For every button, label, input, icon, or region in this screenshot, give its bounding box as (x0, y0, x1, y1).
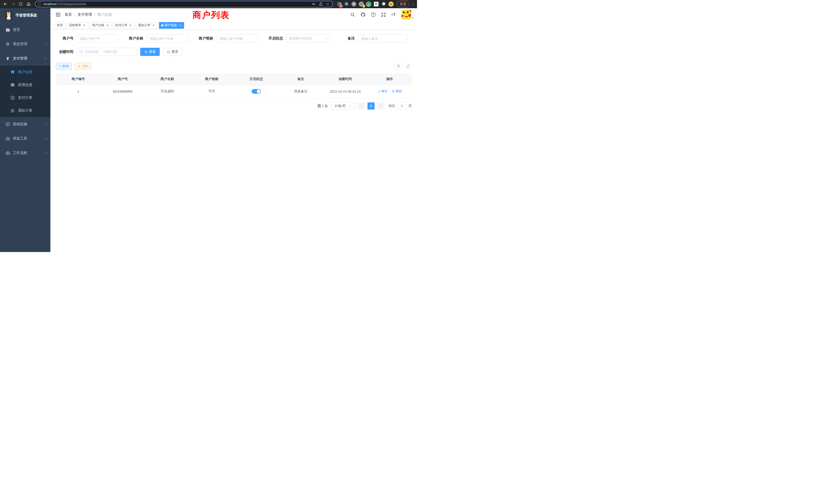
page-info-icon[interactable]: i (38, 2, 42, 6)
main-area: 商户列表 首页 / 支付管理 / 商户信息 ? (50, 8, 417, 252)
fullscreen-icon[interactable] (381, 12, 387, 18)
extension-recorder-icon[interactable]: 1 (358, 1, 364, 7)
browser-home-button[interactable] (25, 1, 32, 7)
browser-back-button[interactable] (2, 1, 9, 7)
breadcrumb-home[interactable]: 首页 (65, 12, 72, 17)
extension-gem-icon[interactable] (344, 1, 349, 7)
cell-short-name: 芋艿 (190, 85, 234, 98)
extension-chat-icon[interactable] (373, 1, 379, 7)
extension-command-icon[interactable]: ⌘ (351, 1, 357, 7)
share-icon[interactable] (318, 2, 323, 7)
active-dot (161, 24, 163, 26)
merchant-no-input[interactable] (76, 35, 118, 43)
sidebar-item-workflow[interactable]: 工作流程 (0, 146, 50, 160)
col-short-name: 商户简称 (190, 73, 234, 85)
sidebar-item-application[interactable]: 应用信息 (0, 78, 50, 91)
sidebar-fold-icon[interactable] (54, 11, 62, 18)
extension-y-icon[interactable]: y (366, 1, 372, 7)
remark-input[interactable] (358, 35, 407, 43)
browser-reload-button[interactable] (18, 1, 24, 7)
edit-link[interactable]: 修改 (377, 89, 388, 93)
github-icon[interactable] (360, 12, 366, 18)
tab-pay-order[interactable]: 支付订单× (113, 22, 135, 29)
extensions-puzzle-icon[interactable] (381, 1, 387, 7)
svg-text:T: T (391, 14, 393, 17)
col-full-name: 商户全称 (145, 73, 190, 85)
tab-refund-order[interactable]: 退款订单× (136, 22, 158, 29)
chevron-down-icon (45, 152, 47, 154)
tab-merchant-info[interactable]: 商户信息× (159, 22, 184, 29)
user-avatar-menu[interactable]: ▾ (401, 10, 413, 20)
table-row: 1 M233666999 芋道源码 芋艿 我是备注 2021-10-23 08:… (56, 85, 412, 98)
app-logo[interactable]: 芋道管理系统 (0, 8, 50, 23)
tab-home[interactable]: 首页 (54, 22, 65, 29)
create-time-range-picker[interactable]: 开始日期 - 结束日期 (76, 48, 137, 56)
address-bar[interactable]: i localhost:1024/pay/merchant ☆ (35, 1, 333, 7)
tab-user-group[interactable]: 用户分组× (90, 22, 111, 29)
yen-circle-icon: ¥ (10, 95, 15, 100)
short-name-input[interactable] (216, 35, 258, 43)
extension-badge: 1 (363, 5, 365, 8)
edit-pencil-icon (377, 90, 380, 93)
page-content: 商户号 商户全称 商户简称 开启状态 请选择开启状态 (51, 30, 417, 252)
goto-page-input[interactable] (397, 102, 407, 110)
reset-button[interactable]: 重置 (163, 48, 182, 56)
close-icon[interactable]: × (83, 24, 86, 27)
col-create-time: 创建时间 (323, 73, 368, 85)
status-toggle[interactable] (251, 89, 261, 94)
toolbox-icon (5, 136, 10, 141)
browser-forward-button[interactable] (10, 1, 17, 7)
sidebar-item-label: 支付订单 (18, 95, 32, 100)
cell-create-time: 2021-10-23 08:31:14 (323, 85, 368, 98)
refresh-table-button[interactable] (405, 63, 412, 70)
close-icon[interactable]: × (178, 24, 182, 27)
cell-status (234, 85, 278, 98)
sidebar-item-pay-order[interactable]: ¥ 支付订单 (0, 91, 50, 104)
sidebar-item-refund-order[interactable]: 退款订单 (0, 104, 50, 117)
next-page-button[interactable]: › (377, 102, 385, 110)
sidebar: 芋道管理系统 首页 ⚙ 系统管理 ¥ 支付管理 商户信息 (0, 8, 50, 252)
search-button[interactable]: 搜索 (140, 48, 160, 56)
page-1-button[interactable]: 1 (368, 102, 375, 110)
sidebar-item-payment[interactable]: ¥ 支付管理 (0, 51, 50, 66)
pagination-total: 共 1 条 (317, 104, 328, 108)
sidebar-item-merchant[interactable]: 商户信息 (0, 66, 50, 78)
cell-full-name: 芋道源码 (145, 85, 190, 98)
export-button[interactable]: 导出 (74, 63, 92, 70)
extension-sidebar-icon[interactable]: 10 (336, 1, 342, 7)
sidebar-item-label: 应用信息 (18, 83, 32, 87)
full-name-input[interactable] (146, 35, 188, 43)
toggle-search-button[interactable] (395, 63, 402, 70)
tab-process-form[interactable]: 流程表单× (66, 22, 88, 29)
chevron-down-icon (45, 123, 47, 125)
delete-link[interactable]: 删除 (392, 89, 402, 93)
prev-page-button[interactable]: ‹ (358, 102, 365, 110)
extensions-area: 10 ⌘ 1 y 更新 ⋮ (336, 1, 415, 7)
status-select[interactable]: 请选择开启状态 (286, 35, 330, 43)
browser-menu-icon[interactable]: ⋮ (411, 2, 415, 6)
close-icon[interactable]: × (106, 24, 109, 27)
header-search-icon[interactable] (350, 12, 356, 18)
close-icon[interactable]: × (129, 24, 132, 27)
font-size-icon[interactable]: TT (391, 12, 397, 18)
avatar (401, 10, 411, 20)
browser-profile-avatar[interactable] (388, 1, 394, 7)
breadcrumb-payment[interactable]: 支付管理 (78, 12, 92, 17)
annotation-title: 商户列表 (193, 9, 229, 21)
navbar-actions: ? TT ▾ (350, 10, 413, 20)
close-icon[interactable]: × (152, 24, 155, 27)
sidebar-item-infrastructure[interactable]: 基础设施 (0, 117, 50, 131)
payment-submenu: 商户信息 应用信息 ¥ 支付订单 退款订单 (0, 66, 50, 117)
sidebar-item-home[interactable]: 首页 (0, 23, 50, 37)
sidebar-item-dev-tools[interactable]: 研发工具 (0, 131, 50, 146)
start-date-placeholder: 开始日期 (85, 49, 98, 54)
help-icon[interactable]: ? (371, 12, 376, 18)
bookmark-star-icon[interactable]: ☆ (325, 2, 330, 7)
browser-update-button[interactable]: 更新 (397, 1, 410, 7)
page-size-select[interactable]: 10条/页 (330, 102, 355, 110)
sidebar-item-system[interactable]: ⚙ 系统管理 (0, 37, 50, 51)
add-button[interactable]: + 新增 (56, 63, 72, 70)
password-key-icon[interactable] (311, 2, 316, 7)
create-time-label: 创建时间 (56, 49, 73, 54)
chevron-down-icon (349, 105, 351, 107)
